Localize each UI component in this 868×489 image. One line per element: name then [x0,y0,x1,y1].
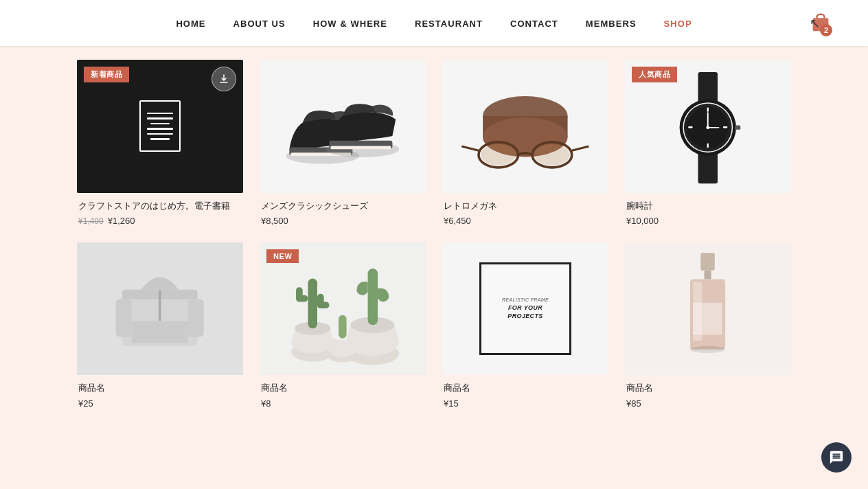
chat-button[interactable] [821,442,852,473]
product-name-8: 商品名 [626,382,790,394]
svg-rect-35 [188,299,204,337]
nav-link-shop[interactable]: SHOP [664,19,692,29]
download-icon [218,73,229,84]
svg-rect-33 [132,321,188,343]
nav-item-members[interactable]: MEMBERS [586,17,637,30]
nav-link-about[interactable]: ABOUT US [233,19,286,29]
nav-link-how[interactable]: HOW & WHERE [313,19,387,29]
frame-display: REALISTIC FRAME FOR YOUR PROJECTS [479,262,571,356]
product-card-7[interactable]: REALISTIC FRAME FOR YOUR PROJECTS 商品名 ¥1… [442,242,608,409]
product-info-2: メンズクラシックシューズ ¥8,500 [260,193,426,226]
product-info-6: 商品名 ¥8 [260,375,426,408]
svg-rect-6 [331,146,391,150]
product-price-1: ¥1,400¥1,260 [78,216,242,226]
nav-item-home[interactable]: HOME [176,17,205,30]
cursor: ↖ [810,16,820,31]
regular-price-5: ¥25 [78,398,93,409]
product-price-5: ¥25 [78,398,242,409]
chat-icon [829,450,844,465]
product-info-7: 商品名 ¥15 [442,375,608,408]
nav-item-restaurant[interactable]: RESTAURANT [415,17,483,30]
icon-line [147,133,173,135]
svg-rect-40 [296,288,303,302]
svg-rect-49 [705,271,711,280]
product-name-7: 商品名 [444,382,607,394]
badge-new-arrival: 新着商品 [84,67,129,82]
product-name-5: 商品名 [78,382,242,394]
svg-point-52 [690,346,725,353]
icon-line [147,117,173,120]
nav-item-contact[interactable]: CONTACT [510,17,558,30]
ebook-icon [139,100,181,152]
nav-item-how[interactable]: HOW & WHERE [313,17,387,30]
product-price-7: ¥15 [444,398,607,409]
icon-line [147,128,173,130]
cart-container: 2 ↖ [808,9,834,38]
download-button[interactable] [212,67,236,91]
product-name-4: 腕時計 [626,200,790,212]
product-card-2[interactable]: メンズクラシックシューズ ¥8,500 [260,60,426,226]
product-image-frame: REALISTIC FRAME FOR YOUR PROJECTS [442,242,608,376]
product-image-glasses [442,60,608,193]
nav-link-restaurant[interactable]: RESTAURANT [415,19,483,29]
product-price-8: ¥85 [626,398,790,409]
svg-rect-17 [698,150,718,183]
regular-price-3: ¥6,450 [444,216,471,226]
regular-price-8: ¥85 [626,398,641,409]
product-image-perfume [625,242,791,376]
svg-rect-38 [308,279,318,329]
nav-links: HOME ABOUT US HOW & WHERE RESTAURANT CON… [176,17,692,30]
product-name-1: クラフトストアのはじめ方。電子書籍 [78,200,242,212]
product-card-6[interactable]: NEW [260,242,426,409]
perfume-svg [662,250,753,367]
icon-line [147,113,173,115]
product-card-4[interactable]: 人気商品 [625,60,791,226]
svg-rect-42 [317,294,324,308]
icon-line [150,123,170,125]
product-name-6: 商品名 [261,382,424,394]
product-image-shoes [260,60,426,193]
badge-new: NEW [266,249,299,263]
svg-rect-34 [116,299,132,337]
regular-price-2: ¥8,500 [261,216,288,226]
svg-line-15 [572,146,589,150]
glasses-svg [455,70,596,183]
svg-rect-48 [701,253,715,271]
product-card-5[interactable]: 商品名 ¥25 [77,242,243,409]
nav-item-about[interactable]: ABOUT US [233,17,286,30]
product-card-3[interactable]: レトロメガネ ¥6,450 [442,60,608,226]
nav-link-contact[interactable]: CONTACT [510,19,558,29]
cactus-svg [276,249,409,368]
svg-rect-47 [339,315,347,339]
product-info-4: 腕時計 ¥10,000 [625,193,791,226]
product-card-8[interactable]: 商品名 ¥85 [625,242,791,409]
hoodie-svg [98,252,222,365]
svg-rect-23 [707,143,709,147]
navbar: HOME ABOUT US HOW & WHERE RESTAURANT CON… [0,0,868,46]
sale-price-1: ¥1,260 [108,216,135,226]
svg-line-14 [461,146,479,150]
product-price-4: ¥10,000 [626,216,790,226]
product-info-5: 商品名 ¥25 [77,375,243,408]
nav-item-shop[interactable]: SHOP [664,17,692,30]
svg-rect-53 [694,303,723,335]
product-name-2: メンズクラシックシューズ [261,200,424,212]
product-price-6: ¥8 [261,398,424,409]
svg-rect-25 [723,126,727,128]
svg-point-28 [707,126,710,129]
svg-point-13 [534,144,569,166]
product-grid: 新着商品 クラフトストアのはじめ方。電子書籍 ¥1,40 [56,46,812,436]
product-name-3: レトロメガネ [444,200,607,212]
product-info-1: クラフトストアのはじめ方。電子書籍 ¥1,400¥1,260 [77,193,243,226]
svg-point-11 [481,144,516,166]
product-price-3: ¥6,450 [444,216,607,226]
product-info-8: 商品名 ¥85 [625,375,791,408]
svg-rect-22 [707,107,709,111]
regular-price-4: ¥10,000 [626,216,659,226]
shoes-svg [276,73,409,179]
nav-link-members[interactable]: MEMBERS [586,19,637,29]
svg-rect-45 [368,269,378,325]
svg-rect-29 [735,125,741,129]
nav-link-home[interactable]: HOME [176,19,205,29]
product-card-1[interactable]: 新着商品 クラフトストアのはじめ方。電子書籍 ¥1,40 [77,60,243,226]
